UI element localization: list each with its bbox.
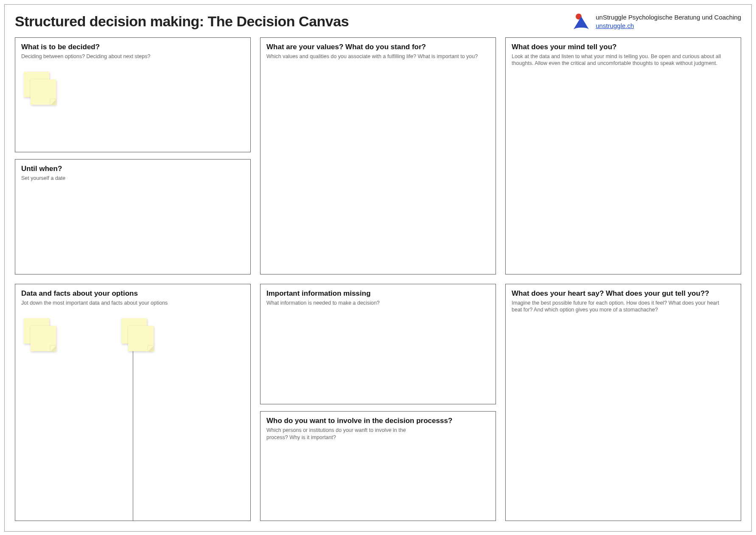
box-subtitle: Which persons or institutions do your wa… — [266, 427, 423, 441]
box-values[interactable]: What are your values? What do you stand … — [260, 37, 496, 275]
box-subtitle: Jot down the most important data and fac… — [21, 300, 233, 307]
col-r1-c1: What is to be decided? Deciding between … — [15, 37, 251, 275]
box-data-facts[interactable]: Data and facts about your options Jot do… — [15, 284, 251, 521]
brand-text: unStruggle Psychologische Beratung und C… — [596, 13, 741, 31]
decision-canvas-frame: Structured decision making: The Decision… — [4, 4, 752, 532]
sticky-notes-icon[interactable] — [24, 318, 62, 356]
box-title: Until when? — [21, 165, 244, 173]
sticky-notes-icon[interactable] — [24, 72, 62, 109]
box-subtitle: Set yourself a date — [21, 175, 233, 182]
box-title: Who do you want to involve in the decisi… — [266, 417, 490, 425]
col-r1-c3: What does your mind tell you? Look at th… — [505, 37, 741, 275]
brand-link[interactable]: unstruggle.ch — [596, 22, 741, 30]
box-title: What is to be decided? — [21, 43, 244, 51]
box-title: What does your heart say? What does your… — [512, 289, 735, 298]
col-r2-c3: What does your heart say? What does your… — [505, 284, 741, 521]
box-title: What does your mind tell you? — [512, 43, 735, 51]
box-until-when[interactable]: Until when? Set yourself a date — [15, 159, 251, 275]
box-involve[interactable]: Who do you want to involve in the decisi… — [260, 411, 496, 521]
box-mind[interactable]: What does your mind tell you? Look at th… — [505, 37, 741, 275]
header: Structured decision making: The Decision… — [15, 13, 741, 31]
box-info-missing[interactable]: Important information missing What infor… — [260, 284, 496, 404]
sticky-area — [21, 306, 244, 356]
sticky-notes-icon[interactable] — [121, 318, 160, 356]
box-title: What are your values? What do you stand … — [266, 43, 490, 51]
box-subtitle: Which values and qualities do you associ… — [266, 53, 479, 60]
col-r2-c1: Data and facts about your options Jot do… — [15, 284, 251, 521]
canvas-grid: What is to be decided? Deciding between … — [15, 37, 741, 521]
box-title: Important information missing — [266, 289, 490, 298]
brand-name: unStruggle Psychologische Beratung und C… — [596, 13, 741, 22]
col-r2-c2: Important information missing What infor… — [260, 284, 496, 521]
box-heart-gut[interactable]: What does your heart say? What does your… — [505, 284, 741, 521]
box-subtitle: Imagine the best possible future for eac… — [512, 300, 724, 314]
col-r1-c2: What are your values? What do you stand … — [260, 37, 496, 275]
page-title: Structured decision making: The Decision… — [15, 13, 349, 30]
box-what-to-decide[interactable]: What is to be decided? Deciding between … — [15, 37, 251, 153]
unstruggle-logo-icon — [572, 13, 591, 30]
brand-block: unStruggle Psychologische Beratung und C… — [572, 13, 741, 31]
box-subtitle: Look at the data and listen to what your… — [512, 53, 724, 67]
box-subtitle: What information is needed to make a dec… — [266, 300, 479, 307]
box-subtitle: Deciding between options? Deciding about… — [21, 53, 233, 60]
box-title: Data and facts about your options — [21, 289, 244, 298]
